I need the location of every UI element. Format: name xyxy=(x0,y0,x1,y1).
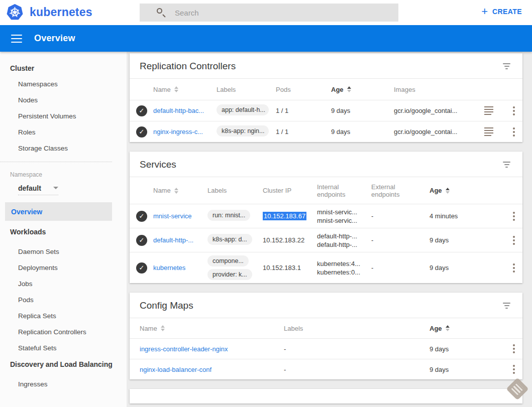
sidebar-item-stateful-sets[interactable]: Stateful Sets xyxy=(0,340,127,356)
row-menu-icon[interactable] xyxy=(505,343,522,355)
card-title-config-maps: Config Maps xyxy=(140,300,193,311)
config-maps-card: Config Maps Name Labels Age ingress-cont… xyxy=(130,293,522,379)
sidebar-item-storage-classes[interactable]: Storage Classes xyxy=(0,141,127,157)
sort-icon-active xyxy=(446,188,450,194)
table-row: ingress-controller-leader-nginx - 9 days xyxy=(130,338,522,359)
label-chip[interactable]: app: default-h... xyxy=(217,104,269,115)
table-row: ✓ default-http-bac... app: default-h... … xyxy=(130,100,522,121)
svc-row-name-link[interactable]: default-http-... xyxy=(153,236,193,244)
check-circle-icon: ✓ xyxy=(136,105,147,116)
table-row: ✓ mnist-service run: mnist... 10.152.183… xyxy=(130,204,522,228)
check-circle-icon: ✓ xyxy=(136,126,147,138)
filter-icon[interactable] xyxy=(501,160,512,170)
row-menu-icon[interactable] xyxy=(505,126,522,138)
row-menu-icon[interactable] xyxy=(505,363,522,375)
rc-col-pods[interactable]: Pods xyxy=(276,86,331,93)
rc-row-images: gcr.io/google_contai... xyxy=(394,128,483,135)
svc-col-name[interactable]: Name xyxy=(153,187,207,194)
main-content: Replication Controllers Name Labels Pods… xyxy=(127,52,532,407)
replication-controllers-card: Replication Controllers Name Labels Pods… xyxy=(130,53,522,142)
search-icon xyxy=(157,8,166,17)
filter-icon[interactable] xyxy=(501,61,512,71)
svc-col-age[interactable]: Age xyxy=(430,187,505,194)
rc-row-images: gcr.io/google_contai... xyxy=(394,107,483,114)
external-endpoint: - xyxy=(371,236,430,244)
internal-endpoint: mnist-servic... xyxy=(317,216,371,225)
search-input[interactable] xyxy=(175,9,398,17)
chevron-down-icon xyxy=(53,187,58,189)
label-chip[interactable]: compone... xyxy=(207,255,249,266)
cm-row-name-link[interactable]: nginx-load-balancer-conf xyxy=(140,366,211,373)
svc-col-cluster-ip[interactable]: Cluster IP xyxy=(263,187,317,194)
svc-row-age: 4 minutes xyxy=(430,212,505,220)
table-row: ✓ kubernetes compone... provider: k... 1… xyxy=(130,252,522,283)
rc-row-pods: 1 / 1 xyxy=(276,128,331,135)
namespace-label: Namespace xyxy=(0,168,127,181)
cm-row-name-link[interactable]: ingress-controller-leader-nginx xyxy=(140,345,228,353)
label-chip[interactable]: run: mnist... xyxy=(207,210,250,221)
sidebar-item-persistent-volumes[interactable]: Persistent Volumes xyxy=(0,108,127,124)
sidebar-item-replication-controllers[interactable]: Replication Controllers xyxy=(0,324,127,340)
rc-col-name[interactable]: Name xyxy=(153,86,217,93)
cm-col-age[interactable]: Age xyxy=(430,325,505,332)
rc-col-age[interactable]: Age xyxy=(331,86,394,93)
rc-row-name-link[interactable]: default-http-bac... xyxy=(153,107,204,114)
create-button[interactable]: + CREATE xyxy=(481,6,522,17)
row-menu-icon[interactable] xyxy=(505,234,522,246)
label-chip[interactable]: k8s-app: d... xyxy=(207,234,252,245)
cm-row-labels: - xyxy=(284,345,430,353)
cm-table-header: Name Labels Age xyxy=(130,318,522,338)
svc-col-internal[interactable]: Internal endpoints xyxy=(317,183,371,198)
logs-icon[interactable] xyxy=(483,105,494,116)
card-title-services: Services xyxy=(140,159,176,170)
svc-row-name-link[interactable]: kubernetes xyxy=(153,264,185,272)
create-label: CREATE xyxy=(492,8,522,16)
rc-col-labels[interactable]: Labels xyxy=(217,86,276,93)
rc-row-pods: 1 / 1 xyxy=(276,107,331,114)
search-box[interactable] xyxy=(140,4,398,22)
row-menu-icon[interactable] xyxy=(505,105,522,117)
filter-icon[interactable] xyxy=(501,301,512,311)
namespace-select[interactable]: default xyxy=(18,181,58,195)
internal-endpoint: kubernetes:4... xyxy=(317,259,371,268)
services-card: Services Name Labels Cluster IP Internal… xyxy=(130,152,522,283)
menu-icon[interactable] xyxy=(11,35,22,43)
svc-row-age: 9 days xyxy=(430,264,505,272)
nav-header-discovery: Discovery and Load Balancing xyxy=(0,356,127,372)
sort-icon xyxy=(161,325,165,331)
svc-col-external[interactable]: External endpoints xyxy=(371,183,430,198)
sidebar-item-daemon-sets[interactable]: Daemon Sets xyxy=(0,244,127,260)
rc-row-name-link[interactable]: nginx-ingress-c... xyxy=(153,128,203,135)
svc-col-labels[interactable]: Labels xyxy=(207,187,263,194)
row-menu-icon[interactable] xyxy=(505,210,522,222)
cm-col-name[interactable]: Name xyxy=(130,325,284,332)
sidebar-item-deployments[interactable]: Deployments xyxy=(0,260,127,276)
sidebar-item-overview[interactable]: Overview xyxy=(5,202,112,221)
sidebar-item-replica-sets[interactable]: Replica Sets xyxy=(0,308,127,324)
label-chip[interactable]: k8s-app: ngin... xyxy=(217,125,269,137)
rc-table-header: Name Labels Pods Age Images xyxy=(130,79,522,100)
sidebar-item-roles[interactable]: Roles xyxy=(0,124,127,141)
table-row: nginx-load-balancer-conf - 9 days xyxy=(130,359,522,379)
cm-row-age: 9 days xyxy=(430,345,505,353)
svc-row-age: 9 days xyxy=(430,236,505,244)
sidebar: Cluster Namespaces Nodes Persistent Volu… xyxy=(0,52,127,407)
external-endpoint: - xyxy=(371,264,430,272)
sidebar-item-jobs[interactable]: Jobs xyxy=(0,276,127,292)
sidebar-item-ingresses[interactable]: Ingresses xyxy=(0,376,127,392)
sidebar-item-overview-label: Overview xyxy=(11,208,42,216)
brand[interactable]: kubernetes xyxy=(6,4,92,21)
svc-table-header: Name Labels Cluster IP Internal endpoint… xyxy=(130,177,522,204)
namespace-value: default xyxy=(18,184,41,192)
cm-col-labels[interactable]: Labels xyxy=(284,325,430,332)
rc-col-images[interactable]: Images xyxy=(394,86,483,93)
label-chip[interactable]: provider: k... xyxy=(207,269,252,280)
cluster-ip-text: 10.152.183.1 xyxy=(263,264,317,272)
sidebar-item-namespaces[interactable]: Namespaces xyxy=(0,76,127,92)
sidebar-item-pods[interactable]: Pods xyxy=(0,292,127,308)
sidebar-item-nodes[interactable]: Nodes xyxy=(0,92,127,108)
svc-row-name-link[interactable]: mnist-service xyxy=(153,212,192,220)
table-row: ✓ nginx-ingress-c... k8s-app: ngin... 1 … xyxy=(130,121,522,142)
logs-icon[interactable] xyxy=(483,126,494,137)
row-menu-icon[interactable] xyxy=(505,262,522,274)
